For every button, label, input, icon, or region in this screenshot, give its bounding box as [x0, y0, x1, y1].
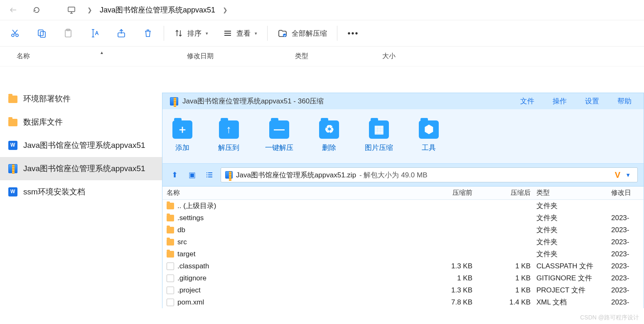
- archive-col-date[interactable]: 修改日: [611, 189, 644, 197]
- tool-icon: ▦: [369, 120, 389, 139]
- folder-icon: [167, 215, 174, 221]
- archive-toolbar: ＋添加↑解压到—一键解压♻删除▦图片压缩⬢工具: [162, 109, 644, 163]
- separator: [267, 26, 268, 41]
- caret-down-icon: ▾: [255, 31, 257, 36]
- chevron-right-icon: ❯: [220, 7, 230, 13]
- archive-tool-图片压缩[interactable]: ▦图片压缩: [365, 120, 393, 152]
- archive-pathbar: ⬆ ▣ Java图书馆座位管理系统appvax51.zip - 解包大小为 49…: [162, 163, 644, 187]
- folder-icon: [8, 119, 17, 126]
- item-label: ssm环境安装文档: [23, 187, 85, 197]
- archive-tool-工具[interactable]: ⬢工具: [419, 120, 439, 152]
- column-size[interactable]: 大小: [382, 52, 644, 61]
- column-date[interactable]: 修改日期: [187, 52, 295, 61]
- separator: [164, 26, 164, 41]
- archive-menu-item[interactable]: 操作: [553, 96, 567, 106]
- svg-rect-4: [40, 32, 45, 37]
- paste-button[interactable]: [55, 22, 81, 45]
- tool-icon: ↑: [219, 120, 239, 139]
- item-label: 数据库文件: [23, 117, 63, 128]
- archive-menu-item[interactable]: 文件: [520, 96, 534, 106]
- archive-row[interactable]: .. (上级目录)文件夹: [162, 200, 644, 212]
- archive-col-pre[interactable]: 压缩前: [433, 189, 478, 197]
- delete-button[interactable]: [135, 22, 161, 45]
- folder-icon: [167, 239, 174, 245]
- column-header: 名称▲ 修改日期 类型 大小: [0, 47, 644, 66]
- archive-titlebar[interactable]: Java图书馆座位管理系统appvax51 - 360压缩 文件操作设置帮助: [162, 93, 644, 109]
- more-button[interactable]: •••: [340, 22, 366, 45]
- archive-tool-删除[interactable]: ♻删除: [319, 120, 339, 152]
- archive-row[interactable]: .settings文件夹2023-: [162, 212, 644, 224]
- file-icon: [167, 287, 174, 294]
- tool-icon: ⬢: [419, 120, 439, 139]
- folder-icon: [8, 96, 17, 103]
- tool-icon: —: [269, 120, 289, 139]
- view-square-icon[interactable]: ▣: [186, 169, 198, 181]
- folder-icon: [167, 203, 174, 209]
- list-item[interactable]: Java图书馆座位管理系统appvax51: [0, 157, 162, 180]
- file-icon: [167, 275, 174, 282]
- zip-icon: [170, 97, 178, 106]
- archive-path-input[interactable]: Java图书馆座位管理系统appvax51.zip - 解包大小为 49.0 M…: [221, 167, 638, 182]
- copy-button[interactable]: [28, 22, 55, 45]
- file-icon: [167, 299, 174, 306]
- list-item[interactable]: Java图书馆座位管理系统appvax51: [0, 134, 162, 157]
- item-label: Java图书馆座位管理系统appvax51: [23, 140, 145, 151]
- explorer-file-list: 环境部署软件数据库文件Java图书馆座位管理系统appvax51Java图书馆座…: [0, 87, 162, 204]
- column-name[interactable]: 名称▲: [0, 52, 187, 61]
- column-type[interactable]: 类型: [295, 52, 382, 61]
- folder-icon: [167, 251, 174, 258]
- archive-row[interactable]: .gitignore1 KB1 KBGITIGNORE 文件2023-: [162, 272, 644, 284]
- archive-tool-一键解压[interactable]: —一键解压: [265, 120, 293, 152]
- archive-row[interactable]: .classpath1.3 KB1 KBCLASSPATH 文件2023-: [162, 260, 644, 272]
- svg-rect-0: [68, 7, 75, 12]
- toolbar: A 排序 ▾ 查看 ▾ 全部解压缩 •••: [0, 20, 644, 47]
- archive-row[interactable]: target文件夹2023-: [162, 248, 644, 260]
- back-button[interactable]: [3, 2, 23, 18]
- archive-menu-item[interactable]: 设置: [585, 96, 599, 106]
- archive-title: Java图书馆座位管理系统appvax51: [182, 97, 292, 105]
- archive-menu: 文件操作设置帮助: [520, 93, 632, 109]
- this-pc-icon[interactable]: [61, 2, 81, 18]
- archive-rows: .. (上级目录)文件夹.settings文件夹2023-db文件夹2023-s…: [162, 200, 644, 308]
- item-label: 环境部署软件: [23, 93, 71, 104]
- list-item[interactable]: 环境部署软件: [0, 87, 162, 110]
- svg-rect-3: [38, 30, 43, 36]
- zip-icon: [8, 164, 17, 173]
- up-button[interactable]: ⬆: [168, 169, 181, 181]
- archive-row[interactable]: .project1.3 KB1 KBPROJECT 文件2023-: [162, 284, 644, 296]
- tool-icon: ＋: [172, 120, 192, 139]
- archive-row[interactable]: db文件夹2023-: [162, 224, 644, 236]
- archive-col-type[interactable]: 类型: [536, 189, 611, 197]
- archive-menu-item[interactable]: 帮助: [617, 96, 632, 106]
- caret-down-icon: ▾: [206, 31, 208, 36]
- navbar: ❯ Java图书馆座位管理系统appvax51 ❯: [0, 0, 644, 20]
- view-menu[interactable]: 查看 ▾: [216, 22, 265, 45]
- extract-all-button[interactable]: 全部解压缩: [270, 22, 334, 45]
- doc-icon: [8, 187, 17, 196]
- share-button[interactable]: [108, 22, 135, 45]
- chevron-right-icon: ❯: [85, 7, 95, 13]
- doc-icon: [8, 141, 17, 150]
- archive-row[interactable]: src文件夹2023-: [162, 236, 644, 248]
- rename-button[interactable]: A: [81, 22, 108, 45]
- cut-button[interactable]: [2, 22, 28, 45]
- v-badge-icon: V: [615, 170, 620, 180]
- archive-col-post[interactable]: 压缩后: [478, 189, 536, 197]
- archive-window: Java图书馆座位管理系统appvax51 - 360压缩 文件操作设置帮助 ＋…: [162, 93, 644, 324]
- sort-menu[interactable]: 排序 ▾: [167, 22, 216, 45]
- dropdown-icon[interactable]: ▼: [625, 172, 631, 178]
- breadcrumb-title[interactable]: Java图书馆座位管理系统appvax51: [98, 5, 217, 15]
- archive-tool-添加[interactable]: ＋添加: [172, 120, 192, 152]
- file-icon: [167, 263, 174, 270]
- archive-row[interactable]: pom.xml7.8 KB1.4 KBXML 文档2023-: [162, 296, 644, 308]
- folder-icon: [167, 227, 174, 233]
- list-item[interactable]: 数据库文件: [0, 110, 162, 134]
- archive-tool-解压到[interactable]: ↑解压到: [218, 120, 239, 152]
- archive-col-name[interactable]: 名称: [162, 189, 433, 197]
- list-item[interactable]: ssm环境安装文档: [0, 180, 162, 204]
- tool-icon: ♻: [319, 120, 339, 139]
- sort-indicator-icon: ▲: [100, 50, 104, 55]
- view-list-icon[interactable]: [203, 169, 216, 181]
- zip-icon: [225, 171, 233, 179]
- refresh-button[interactable]: [27, 2, 47, 18]
